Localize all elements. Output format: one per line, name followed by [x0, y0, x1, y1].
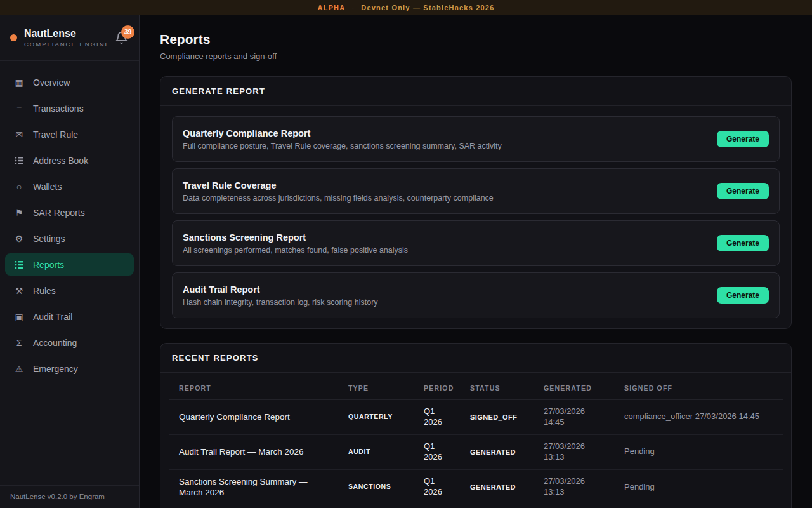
page-title: Reports — [160, 32, 792, 47]
report-signedoff-cell: compliance_officer 27/03/2026 14:45 — [614, 400, 783, 435]
sidebar-item-sar-reports[interactable]: ⚑ SAR Reports — [5, 201, 134, 224]
generate-report-row: Audit Trail Report Hash chain integrity,… — [172, 272, 780, 318]
brand-name: NautLense — [24, 28, 110, 39]
generate-button[interactable]: Generate — [717, 131, 769, 147]
warning-icon: ⚠ — [13, 364, 25, 374]
generate-button[interactable]: Generate — [717, 287, 769, 304]
col-period: PERIOD — [414, 373, 460, 400]
sidebar-item-wallets[interactable]: ○ Wallets — [5, 175, 134, 197]
report-period-cell: Q1 2026 — [414, 469, 460, 505]
sidebar-item-label: Settings — [33, 234, 65, 244]
report-status-cell: SIGNED_OFF — [460, 400, 534, 435]
sidebar-item-label: Address Book — [33, 156, 88, 166]
table-row: Travel Rule Coverage — March 2026 TRAVEL… — [169, 505, 783, 508]
col-status: STATUS — [460, 373, 534, 400]
sidebar-footer-version: NautLense v0.2.0 by Engram — [0, 485, 139, 508]
report-type-cell: SANCTIONS — [338, 469, 414, 505]
sidebar-nav: ▦ Overview ≡ Transactions ✉ Travel Rule … — [0, 61, 139, 485]
generate-report-row: Sanctions Screening Report All screening… — [172, 220, 780, 266]
report-generated-cell: 27/03/2026 13:13 — [534, 469, 614, 505]
sidebar-item-reports[interactable]: Reports — [5, 253, 134, 276]
sidebar: NautLense COMPLIANCE ENGINE 39 ▦ Overvie… — [0, 15, 140, 508]
brand-dot-icon — [10, 34, 17, 41]
brand-header: NautLense COMPLIANCE ENGINE 39 — [0, 15, 139, 61]
report-type-cell: AUDIT — [338, 434, 414, 469]
sidebar-item-label: Accounting — [33, 338, 77, 348]
audit-box-icon: ▣ — [13, 312, 25, 322]
report-info: Sanctions Screening Report All screening… — [183, 232, 408, 255]
sidebar-item-label: Transactions — [33, 104, 84, 114]
report-signedoff-cell: Pending — [614, 434, 783, 469]
recent-reports-table-wrap: REPORT TYPE PERIOD STATUS GENERATED SIGN… — [160, 373, 791, 508]
generate-report-heading: GENERATE REPORT — [160, 77, 791, 106]
report-type-description: All screenings performed, matches found,… — [183, 246, 408, 255]
generate-button[interactable]: Generate — [717, 183, 769, 199]
report-info: Quarterly Compliance Report Full complia… — [183, 128, 502, 150]
sidebar-item-accounting[interactable]: Σ Accounting — [5, 331, 134, 354]
alpha-badge: ALPHA — [317, 4, 345, 11]
sidebar-item-emergency[interactable]: ⚠ Emergency — [5, 358, 134, 380]
report-type-title: Audit Trail Report — [183, 284, 378, 295]
address-list-icon — [13, 156, 25, 165]
recent-reports-heading: RECENT REPORTS — [160, 344, 791, 373]
sidebar-item-label: Travel Rule — [33, 130, 78, 140]
recent-reports-card: RECENT REPORTS REPORT TYPE PERIOD STATUS… — [160, 343, 792, 508]
report-info: Audit Trail Report Hash chain integrity,… — [183, 284, 378, 307]
hammer-icon: ⚒ — [13, 286, 25, 296]
col-generated: GENERATED — [534, 373, 614, 400]
recent-reports-rows: Quarterly Compliance Report QUARTERLY Q1… — [169, 400, 783, 508]
report-name-cell: Quarterly Compliance Report — [169, 400, 338, 435]
sidebar-item-label: SAR Reports — [33, 208, 85, 218]
report-period-cell: Q1 2026 — [414, 434, 460, 469]
generate-report-card: GENERATE REPORT Quarterly Compliance Rep… — [160, 76, 792, 329]
report-signedoff-cell: Pending — [614, 469, 783, 505]
report-type-title: Travel Rule Coverage — [183, 180, 494, 190]
sidebar-item-label: Rules — [33, 286, 56, 296]
col-type: TYPE — [338, 373, 414, 400]
generate-button[interactable]: Generate — [717, 235, 769, 251]
col-signed-off: SIGNED OFF — [614, 373, 783, 400]
sidebar-item-address-book[interactable]: Address Book — [5, 149, 134, 171]
sidebar-item-transactions[interactable]: ≡ Transactions — [5, 97, 134, 119]
generate-report-row: Travel Rule Coverage Data completeness a… — [172, 168, 780, 214]
report-info: Travel Rule Coverage Data completeness a… — [183, 180, 494, 203]
circle-icon: ○ — [13, 182, 25, 192]
alpha-banner: ALPHA · Devnet Only — StableHacks 2026 — [0, 0, 812, 15]
report-generated-cell: 27/03/2026 13:13 — [534, 505, 614, 508]
recent-reports-table: REPORT TYPE PERIOD STATUS GENERATED SIGN… — [169, 373, 783, 508]
list-lines-icon: ≡ — [13, 104, 25, 114]
report-period-cell: Q1 2026 — [414, 400, 460, 435]
sidebar-item-label: Wallets — [33, 182, 62, 192]
sidebar-item-label: Audit Trail — [33, 312, 72, 322]
envelope-icon: ✉ — [13, 130, 25, 140]
report-type-title: Sanctions Screening Report — [183, 232, 408, 243]
report-type-title: Quarterly Compliance Report — [183, 128, 502, 138]
report-name-cell: Travel Rule Coverage — March 2026 — [169, 505, 338, 508]
main-content: Reports Compliance reports and sign-off … — [140, 15, 812, 508]
report-generated-cell: 27/03/2026 13:13 — [534, 434, 614, 469]
report-status-cell: GENERATED — [460, 434, 534, 469]
report-status-cell: GENERATED — [460, 469, 534, 505]
sidebar-item-overview[interactable]: ▦ Overview — [5, 71, 134, 93]
brand-text: NautLense COMPLIANCE ENGINE — [24, 28, 110, 48]
sidebar-item-travel-rule[interactable]: ✉ Travel Rule — [5, 123, 134, 145]
report-status-cell: GENERATED — [460, 505, 534, 508]
sidebar-item-label: Reports — [33, 260, 64, 270]
report-type-cell: QUARTERLY — [338, 400, 414, 435]
sidebar-item-label: Emergency — [33, 364, 78, 374]
grid-icon: ▦ — [13, 77, 25, 88]
table-row: Audit Trail Report — March 2026 AUDIT Q1… — [169, 434, 783, 469]
report-generated-cell: 27/03/2026 14:45 — [534, 400, 614, 435]
report-type-cell: TRAVEL-RULE — [338, 505, 414, 508]
table-row: Quarterly Compliance Report QUARTERLY Q1… — [169, 400, 783, 435]
report-signedoff-cell: Pending — [614, 505, 783, 508]
brand-subtitle: COMPLIANCE ENGINE — [24, 41, 110, 48]
notifications-button[interactable]: 39 — [115, 31, 129, 45]
sidebar-item-label: Overview — [33, 77, 70, 88]
flag-icon: ⚑ — [13, 208, 25, 218]
report-name-cell: Sanctions Screening Summary — March 2026 — [169, 469, 338, 505]
report-period-cell: Q1 2026 — [414, 505, 460, 508]
sidebar-item-audit-trail[interactable]: ▣ Audit Trail — [5, 305, 134, 328]
sidebar-item-settings[interactable]: ⚙ Settings — [5, 227, 134, 250]
sidebar-item-rules[interactable]: ⚒ Rules — [5, 279, 134, 302]
